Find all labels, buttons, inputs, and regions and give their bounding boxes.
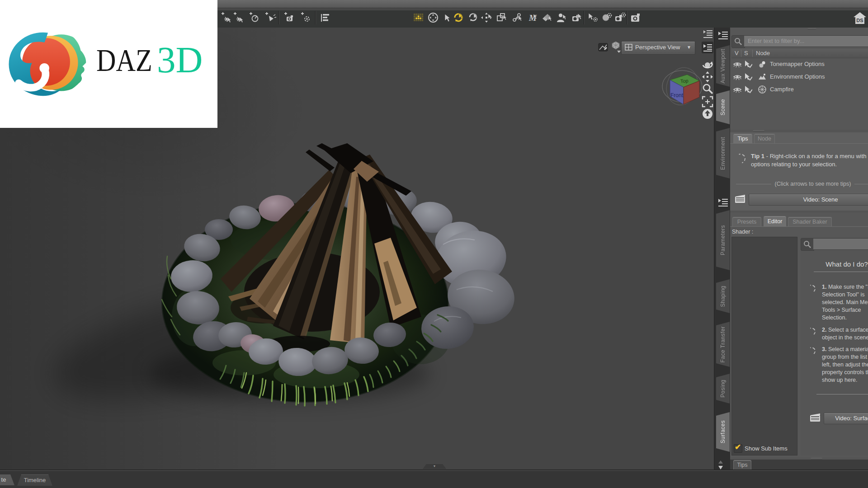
show-sub-items-checkbox[interactable]: ✔ — [734, 444, 742, 453]
pan-view-icon[interactable] — [702, 71, 713, 83]
viewport-window-icon — [625, 44, 633, 51]
reset-view-icon[interactable] — [702, 108, 713, 120]
tip-title: Tip 1 — [751, 153, 764, 160]
daz-logo-panel: DAZ 3D — [0, 0, 217, 128]
selectable-cursor-icon[interactable] — [743, 85, 752, 94]
scene-node-row[interactable]: Environment Options — [731, 70, 868, 83]
view-selector-label: Perspective View — [635, 42, 680, 53]
visibility-eye-icon[interactable] — [733, 61, 742, 68]
scene-node-row[interactable]: Tonemapper Options — [731, 58, 868, 70]
surface-selection-icon[interactable] — [541, 11, 553, 24]
col-node: Node — [756, 49, 770, 58]
scene-tree-header: V S Node — [731, 49, 868, 58]
figure-setup-icon[interactable] — [555, 11, 568, 24]
pane-options-icon[interactable] — [717, 197, 729, 208]
view-selector-dropdown[interactable]: Perspective View ▼ — [621, 41, 695, 55]
tab-editor[interactable]: Editor — [764, 216, 786, 226]
view-mode-icon[interactable] — [610, 41, 622, 53]
visibility-eye-icon[interactable] — [733, 73, 742, 80]
surface-group-list[interactable] — [731, 237, 797, 455]
dock-grip[interactable] — [807, 28, 816, 30]
side-tab-posing[interactable]: Posing — [716, 374, 730, 404]
surface-filter-input[interactable] — [813, 238, 868, 250]
frame-view-icon[interactable] — [702, 96, 713, 108]
scene-node-label: Campfire — [770, 83, 794, 96]
scene-node-label: Environment Options — [770, 70, 825, 83]
toolbar-separator — [315, 11, 316, 24]
translate-tool-icon[interactable] — [481, 11, 493, 24]
side-tab-face-transfer[interactable]: Face Transfer — [716, 322, 730, 367]
camera-settings-icon[interactable] — [614, 11, 627, 24]
geometry-editor-icon[interactable]: M — [526, 11, 539, 24]
scene-filter-input[interactable]: Enter text to filter by... — [744, 35, 868, 47]
geometry-cube-icon — [758, 85, 767, 94]
rotate-tool-icon[interactable] — [467, 11, 479, 24]
selectable-cursor-icon[interactable] — [743, 73, 752, 81]
environment-icon — [758, 73, 767, 81]
tab-tips[interactable]: Tips — [733, 134, 752, 143]
viewport-pane-menu-icon[interactable] — [703, 29, 713, 39]
visibility-eye-icon[interactable] — [733, 86, 742, 93]
scale-tool-icon[interactable] — [495, 11, 508, 24]
tab-presets[interactable]: Presets — [732, 217, 761, 226]
side-tab-scene[interactable]: Scene — [716, 90, 730, 124]
scene-node-row[interactable]: Campfire — [731, 83, 868, 96]
render-settings-icon[interactable] — [600, 11, 613, 24]
cube-top-label: Top — [680, 78, 689, 84]
video-surfaces-button[interactable]: Video: Surfaces — [824, 413, 868, 424]
side-tab-aux-viewport[interactable]: Aux Viewport — [716, 45, 730, 87]
tab-node[interactable]: Node — [754, 134, 775, 143]
pane-options-icon[interactable] — [717, 30, 729, 41]
more-tips-label: (Click arrows to see more tips) — [736, 181, 868, 187]
side-tab-shaping[interactable]: Shaping — [716, 279, 730, 313]
surface-step: 3. Select a material group from the list… — [822, 346, 868, 384]
tab-shader-baker[interactable]: Shader Baker — [788, 217, 832, 226]
daz-home-icon[interactable]: DS — [853, 11, 867, 25]
video-film-icon — [735, 195, 745, 204]
tab-scroll-arrows[interactable] — [718, 460, 723, 470]
create-orbit-camera-icon[interactable] — [300, 11, 313, 24]
toolbar-separator — [278, 11, 279, 24]
video-scene-button[interactable]: Video: Scene — [749, 194, 868, 206]
render-icon[interactable] — [629, 11, 642, 24]
orbit-view-icon[interactable] — [702, 59, 713, 70]
spotlight-partial-icon[interactable] — [221, 11, 233, 24]
logo-3d-text: 3D — [157, 38, 203, 81]
col-visible: V — [735, 49, 739, 58]
tab-tips-bottom[interactable]: Tips — [733, 460, 751, 469]
scene-node-label: Tonemapper Options — [770, 58, 825, 70]
shader-label: Shader : — [732, 229, 753, 235]
daz-swirl-logo — [5, 26, 90, 98]
zoom-view-icon[interactable] — [702, 83, 713, 94]
side-tab-environment[interactable]: Environment — [716, 128, 730, 178]
selectable-cursor-icon[interactable] — [743, 60, 752, 68]
toolbar-separator — [584, 11, 584, 24]
active-rotate-icon[interactable] — [452, 11, 465, 24]
surface-help-title: What do I do? — [801, 260, 868, 268]
camera-selection-icon[interactable] — [571, 11, 583, 24]
view-orientation-cube[interactable]: Top Front — [656, 65, 708, 110]
create-spotlight-icon[interactable] — [264, 11, 277, 24]
surface-filter-search-icon[interactable] — [801, 238, 814, 251]
create-point-light-icon[interactable] — [233, 11, 245, 24]
create-sun-light-icon[interactable] — [249, 11, 261, 24]
surface-step: 2. Select a surface by clicking an objec… — [822, 326, 868, 342]
view-options-icon[interactable] — [319, 11, 332, 24]
scene-filter-search-icon[interactable] — [731, 35, 745, 48]
create-camera-icon[interactable] — [283, 11, 296, 24]
video-film-icon — [810, 413, 820, 422]
universal-manipulator-icon[interactable] — [427, 11, 439, 24]
scene-grid-icon[interactable] — [412, 11, 425, 24]
viewport-collapse-handle[interactable]: ▼ — [423, 464, 446, 469]
tool-settings-icon[interactable] — [587, 11, 599, 24]
col-selectable: S — [744, 49, 748, 58]
tonemapper-icon — [758, 60, 767, 68]
side-tab-parameters[interactable]: Parameters — [716, 210, 730, 270]
viewport-options-icon[interactable] — [702, 42, 713, 53]
tab-timeline[interactable]: Timeline — [17, 474, 52, 486]
logo-daz-text: DAZ — [96, 42, 152, 79]
joint-editor-icon[interactable] — [511, 11, 524, 24]
side-tab-surfaces[interactable]: Surfaces — [716, 412, 730, 452]
draw-style-icon[interactable] — [598, 42, 609, 53]
toolbar-separator — [627, 11, 627, 24]
